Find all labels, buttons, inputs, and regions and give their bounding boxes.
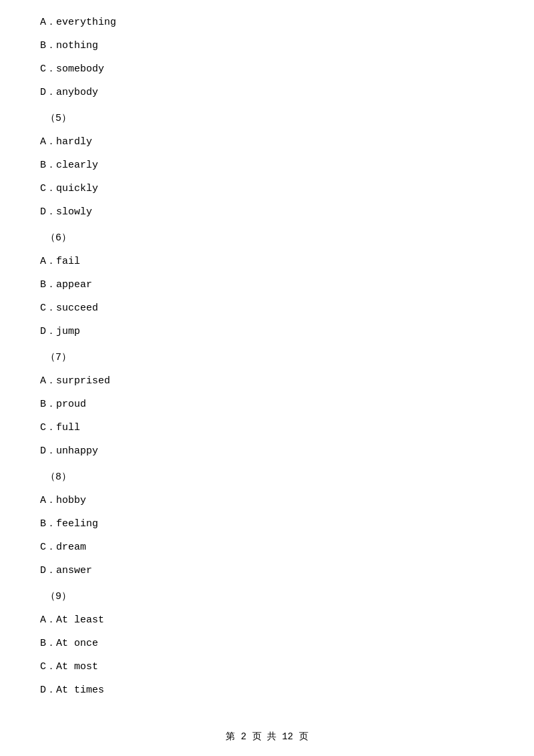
option-5-1: B．At once (40, 634, 494, 652)
option-3-0: A．surprised (40, 372, 494, 390)
section-number-2: （6） (40, 229, 494, 247)
option-3-3: D．unhappy (40, 442, 494, 460)
option-0-1: B．nothing (40, 37, 494, 55)
option-1-2: C．quickly (40, 180, 494, 198)
option-1-0: A．hardly (40, 133, 494, 151)
option-3-1: B．proud (40, 395, 494, 413)
option-4-0: A．hobby (40, 492, 494, 510)
option-0-3: D．anybody (40, 83, 494, 102)
section-number-3: （7） (40, 349, 494, 367)
option-2-1: B．appear (40, 276, 494, 294)
option-5-3: D．At times (40, 681, 494, 699)
option-1-1: B．clearly (40, 156, 494, 174)
section-number-4: （8） (40, 468, 494, 486)
option-4-3: D．answer (40, 562, 494, 580)
option-5-2: C．At most (40, 658, 494, 676)
section-number-1: （5） (40, 110, 494, 128)
option-0-0: A．everything (40, 13, 494, 31)
option-2-3: D．jump (40, 323, 494, 341)
option-1-3: D．slowly (40, 203, 494, 221)
footer-text: 第 2 页 共 12 页 (226, 731, 308, 742)
option-2-0: A．fail (40, 252, 494, 270)
section-number-5: （9） (40, 588, 494, 606)
main-content: A．everythingB．nothingC．somebodyD．anybody… (0, 0, 534, 745)
page-footer: 第 2 页 共 12 页 (0, 731, 534, 743)
option-4-2: C．dream (40, 538, 494, 556)
option-5-0: A．At least (40, 611, 494, 629)
option-4-1: B．feeling (40, 515, 494, 533)
option-0-2: C．somebody (40, 60, 494, 78)
option-3-2: C．full (40, 419, 494, 437)
option-2-2: C．succeed (40, 299, 494, 317)
